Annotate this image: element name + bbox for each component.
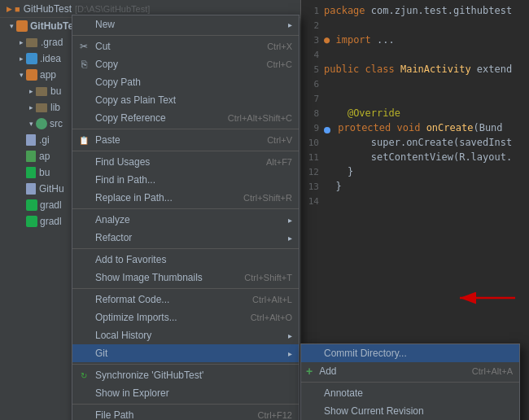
menu-item-copy[interactable]: ⎘ Copy Ctrl+C bbox=[72, 55, 299, 73]
submenu-sep-1 bbox=[301, 382, 519, 383]
menu-item-local-history[interactable]: Local History ▸ bbox=[72, 326, 299, 344]
menu-label-copy-plain: Copy as Plain Text bbox=[95, 94, 176, 106]
menu-label-find-usages: Find Usages bbox=[95, 156, 150, 168]
code-line-7: 7 bbox=[301, 91, 529, 106]
menu-sep-1 bbox=[72, 35, 299, 36]
tree-label-gi: .gi bbox=[39, 134, 50, 146]
gradle-icon-1 bbox=[26, 199, 37, 211]
code-line-9: 9 protected void onCreate(Bund bbox=[301, 120, 529, 135]
paste-icon: 📋 bbox=[79, 136, 89, 145]
menu-arrow-refactor: ▸ bbox=[288, 234, 292, 243]
menu-shortcut-copy-ref: Ctrl+Alt+Shift+C bbox=[228, 113, 292, 123]
idea-icon bbox=[26, 53, 37, 64]
context-menu: New ▸ ✂ Cut Ctrl+X ⎘ Copy Ctrl+C Copy Pa… bbox=[72, 15, 299, 420]
menu-label-show-image: Show Image Thumbnails bbox=[95, 272, 203, 283]
menu-label-copy-path: Copy Path bbox=[95, 77, 141, 88]
folder-icon-grad bbox=[26, 38, 37, 47]
menu-item-copy-path[interactable]: Copy Path bbox=[72, 73, 299, 91]
menu-label-replace-in-path: Replace in Path... bbox=[95, 192, 173, 203]
menu-sep-7 bbox=[72, 364, 299, 365]
menu-item-copy-ref[interactable]: Copy Reference Ctrl+Alt+Shift+C bbox=[72, 109, 299, 127]
menu-item-reformat[interactable]: Reformat Code... Ctrl+Alt+L bbox=[72, 291, 299, 308]
menu-shortcut-find-usages: Alt+F7 bbox=[266, 157, 292, 167]
menu-item-cut[interactable]: ✂ Cut Ctrl+X bbox=[72, 37, 299, 55]
menu-shortcut-copy: Ctrl+C bbox=[267, 59, 292, 69]
menu-shortcut-optimize: Ctrl+Alt+O bbox=[251, 313, 292, 322]
menu-item-paste[interactable]: 📋 Paste Ctrl+V bbox=[72, 131, 299, 149]
menu-label-paste: Paste bbox=[95, 134, 120, 146]
menu-label-local-history: Local History bbox=[95, 330, 151, 341]
arrow-idea bbox=[16, 54, 26, 63]
arrow-bu bbox=[26, 86, 36, 96]
arrow-src bbox=[26, 119, 36, 129]
code-line-13: 13 } bbox=[301, 179, 529, 194]
submenu-item-add[interactable]: + Add Ctrl+Alt+A bbox=[301, 362, 519, 380]
code-line-8: 8 @Override bbox=[301, 106, 529, 120]
menu-sep-2 bbox=[72, 129, 299, 129]
submenu-label-annotate: Annotate bbox=[324, 387, 363, 399]
menu-item-refactor[interactable]: Refactor ▸ bbox=[72, 229, 299, 247]
red-arrow-annotation bbox=[452, 286, 517, 310]
menu-label-find-in-path: Find in Path... bbox=[95, 174, 155, 186]
tree-label-bu: bu bbox=[50, 85, 61, 97]
code-line-12: 12 } bbox=[301, 164, 529, 179]
gradle-icon-2 bbox=[26, 216, 37, 227]
githubtest-icon bbox=[16, 20, 28, 32]
menu-item-analyze[interactable]: Analyze ▸ bbox=[72, 211, 299, 229]
tree-label-gradl1: gradl bbox=[40, 199, 62, 211]
cut-icon: ✂ bbox=[80, 41, 88, 52]
menu-arrow-git: ▸ bbox=[288, 349, 292, 358]
submenu-label-add: Add bbox=[319, 365, 336, 377]
menu-item-find-in-path[interactable]: Find in Path... bbox=[72, 171, 299, 189]
menu-item-new[interactable]: New ▸ bbox=[72, 15, 299, 33]
arrow-githubtest bbox=[7, 21, 16, 31]
submenu-item-show-current[interactable]: Show Current Revision bbox=[301, 402, 519, 420]
submenu-shortcut-add: Ctrl+Alt+A bbox=[472, 366, 513, 376]
menu-sep-4 bbox=[72, 208, 299, 209]
path-label: [D:\AS\GitHubTest] bbox=[75, 4, 150, 14]
menu-sep-6 bbox=[72, 288, 299, 289]
menu-item-optimize-imports[interactable]: Optimize Imports... Ctrl+Alt+O bbox=[72, 308, 299, 326]
menu-item-copy-plain[interactable]: Copy as Plain Text bbox=[72, 91, 299, 109]
menu-label-git: Git bbox=[95, 348, 107, 359]
menu-shortcut-cut: Ctrl+X bbox=[267, 42, 292, 51]
menu-shortcut-show-image: Ctrl+Shift+T bbox=[244, 273, 292, 282]
folder-icon-lib bbox=[36, 103, 47, 112]
menu-item-file-path[interactable]: File Path Ctrl+F12 bbox=[72, 406, 299, 420]
menu-item-synchronize[interactable]: ↻ Synchronize 'GitHubTest' bbox=[72, 366, 299, 384]
arrow-grad bbox=[16, 37, 26, 47]
submenu-item-annotate[interactable]: Annotate bbox=[301, 384, 519, 402]
code-line-1: 1 package com.zjun.test.githubtest bbox=[301, 3, 529, 18]
menu-label-copy-ref: Copy Reference bbox=[95, 112, 166, 124]
menu-shortcut-replace: Ctrl+Shift+R bbox=[243, 193, 292, 203]
app-icon bbox=[26, 69, 37, 81]
file-icon-bu2 bbox=[26, 167, 36, 178]
code-line-14: 14 bbox=[301, 194, 529, 208]
menu-item-git[interactable]: Git ▸ Commit Directory... + Add Ctrl+Alt… bbox=[72, 344, 299, 362]
tree-label-lib: lib bbox=[50, 102, 60, 113]
menu-item-show-image[interactable]: Show Image Thumbnails Ctrl+Shift+T bbox=[72, 269, 299, 287]
menu-item-find-usages[interactable]: Find Usages Alt+F7 bbox=[72, 153, 299, 171]
arrow-app bbox=[16, 70, 26, 80]
menu-label-file-path: File Path bbox=[95, 409, 133, 420]
breakpoint-marker bbox=[324, 127, 330, 133]
file-icon-gi bbox=[26, 134, 36, 146]
code-line-11: 11 setContentView(R.layout. bbox=[301, 150, 529, 164]
tree-label-ap: ap bbox=[39, 151, 50, 162]
menu-item-show-explorer[interactable]: Show in Explorer bbox=[72, 384, 299, 402]
menu-label-optimize: Optimize Imports... bbox=[95, 312, 177, 323]
menu-label-synchronize: Synchronize 'GitHubTest' bbox=[95, 370, 203, 381]
menu-arrow-analyze: ▸ bbox=[288, 216, 292, 225]
copy-icon: ⎘ bbox=[81, 59, 87, 70]
submenu-item-commit[interactable]: Commit Directory... bbox=[301, 344, 519, 362]
tree-label-app: app bbox=[40, 69, 56, 81]
git-submenu: Commit Directory... + Add Ctrl+Alt+A Ann… bbox=[300, 343, 520, 420]
menu-label-cut: Cut bbox=[95, 41, 111, 52]
tree-label-gradl2: gradl bbox=[40, 216, 62, 227]
menu-sep-5 bbox=[72, 248, 299, 249]
menu-item-add-favorites[interactable]: Add to Favorites bbox=[72, 251, 299, 269]
code-line-3: 3 ● import ... bbox=[301, 33, 529, 47]
menu-item-replace-in-path[interactable]: Replace in Path... Ctrl+Shift+R bbox=[72, 189, 299, 207]
src-icon bbox=[36, 118, 47, 129]
sidebar-title: GitHubTest bbox=[24, 3, 72, 15]
